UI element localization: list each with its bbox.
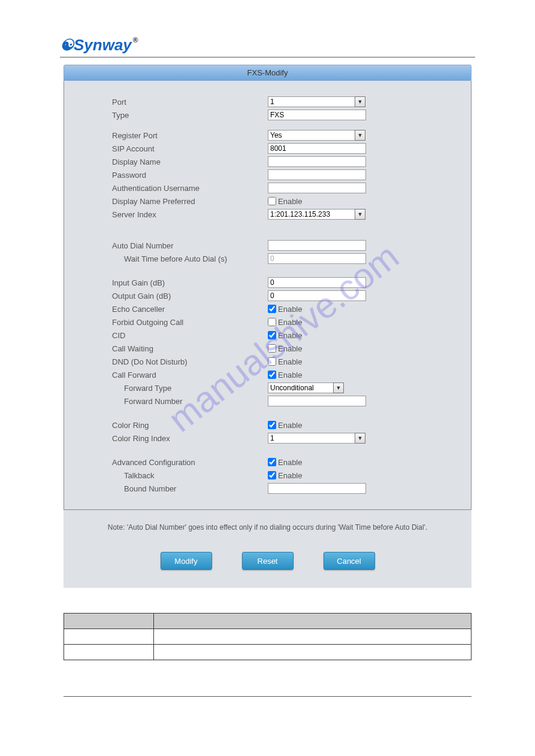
footer-divider (64, 696, 471, 697)
dnd-checkbox[interactable] (268, 357, 276, 366)
label-type: Type (112, 111, 268, 120)
label-forward-number: Forward Number (112, 397, 268, 406)
label-display-name: Display Name (112, 157, 268, 166)
note-area: Note: 'Auto Dial Number' goes into effec… (64, 510, 471, 588)
table-cell (64, 645, 154, 660)
note-text: Note: 'Auto Dial Number' goes into effec… (87, 523, 448, 532)
table-header-2 (153, 614, 471, 629)
label-password: Password (112, 171, 268, 180)
label-server-index: Server Index (112, 210, 268, 219)
cid-checkbox[interactable] (268, 331, 276, 339)
type-field (268, 110, 366, 120)
label-cid: CID (112, 331, 268, 340)
label-display-name-pref: Display Name Preferred (112, 197, 268, 206)
chevron-down-icon[interactable]: ▼ (333, 382, 344, 393)
label-sip-account: SIP Account (112, 144, 268, 153)
label-input-gain: Input Gain (dB) (112, 278, 268, 287)
advanced-checkbox[interactable] (268, 458, 276, 466)
label-register-port: Register Port (112, 131, 268, 140)
output-gain-field[interactable] (268, 290, 366, 301)
label-wait-time: Wait Time before Auto Dial (s) (112, 254, 268, 263)
auth-username-field[interactable] (268, 183, 366, 193)
cancel-button[interactable]: Cancel (324, 552, 375, 570)
label-bound-number: Bound Number (112, 484, 268, 493)
label-color-ring: Color Ring (112, 421, 268, 430)
label-forbid: Forbid Outgoing Call (112, 318, 268, 327)
call-waiting-checkbox[interactable] (268, 344, 276, 353)
label-output-gain: Output Gain (dB) (112, 292, 268, 300)
label-auth-username: Authentication Username (112, 184, 268, 193)
chevron-down-icon[interactable]: ▼ (355, 130, 365, 141)
label-call-waiting: Call Waiting (112, 344, 268, 353)
forbid-checkbox[interactable] (268, 318, 276, 326)
table-cell (64, 629, 154, 645)
label-auto-dial: Auto Dial Number (112, 241, 268, 250)
talkback-checkbox[interactable] (268, 471, 276, 479)
enable-label: Enable (278, 197, 302, 206)
label-call-forward: Call Forward (112, 371, 268, 379)
logo-bar: ☯Synway® (60, 36, 475, 57)
color-ring-checkbox[interactable] (268, 421, 276, 429)
label-color-ring-index: Color Ring Index (112, 434, 268, 443)
server-index-select[interactable] (268, 209, 355, 220)
reset-button[interactable]: Reset (242, 552, 294, 570)
input-gain-field[interactable] (268, 277, 366, 288)
wait-time-field[interactable] (268, 253, 366, 264)
label-port: Port (112, 98, 268, 107)
call-forward-checkbox[interactable] (268, 371, 276, 379)
sip-account-field[interactable] (268, 143, 366, 154)
auto-dial-field[interactable] (268, 240, 366, 251)
forward-type-select[interactable] (268, 382, 334, 393)
table-cell (153, 645, 471, 660)
color-ring-index-select[interactable] (268, 433, 355, 444)
table-cell (153, 629, 471, 645)
logo: ☯Synway® (60, 36, 138, 54)
bound-number-field[interactable] (268, 483, 366, 494)
echo-checkbox[interactable] (268, 305, 276, 313)
table-header-1 (64, 614, 154, 629)
register-port-select[interactable] (268, 130, 355, 141)
chevron-down-icon[interactable]: ▼ (355, 96, 365, 107)
label-dnd: DND (Do Not Disturb) (112, 357, 268, 366)
label-advanced: Advanced Configuration (112, 458, 268, 467)
display-name-pref-checkbox[interactable] (268, 197, 276, 205)
modify-button[interactable]: Modify (161, 552, 212, 570)
label-forward-type: Forward Type (112, 384, 268, 393)
password-field[interactable] (268, 169, 366, 180)
chevron-down-icon[interactable]: ▼ (355, 433, 365, 444)
forward-number-field[interactable] (268, 396, 366, 406)
chevron-down-icon[interactable]: ▼ (355, 209, 365, 220)
port-select[interactable] (268, 96, 355, 107)
panel-body: Port ▼ Type Register Port ▼ SIP Account … (64, 81, 471, 510)
info-table (64, 613, 471, 660)
label-echo: Echo Canceller (112, 305, 268, 314)
label-talkback: Talkback (112, 471, 268, 480)
panel-title: FXS-Modify (64, 65, 471, 81)
display-name-field[interactable] (268, 156, 366, 167)
